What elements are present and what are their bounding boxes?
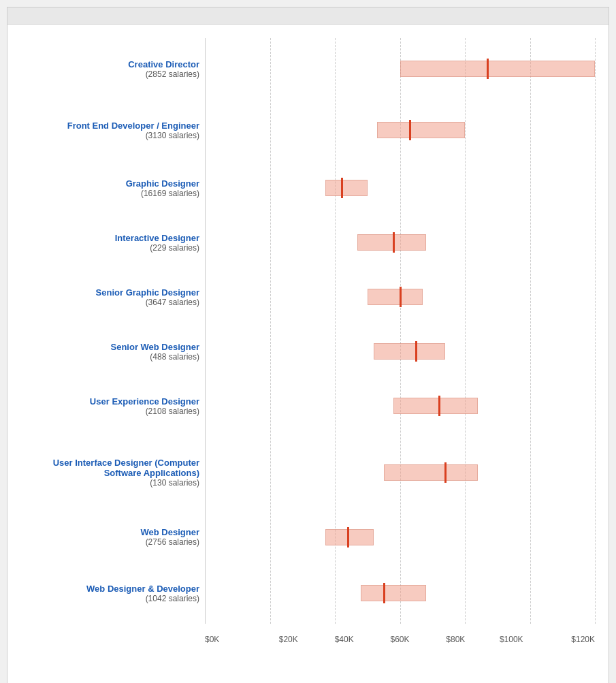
bar-row-creative-director <box>205 61 595 77</box>
job-salaries-graphic-designer: (16169 salaries) <box>141 189 199 198</box>
median-web-designer <box>347 527 349 547</box>
box-senior-web-designer <box>374 343 445 360</box>
y-axis-labels: Creative Director(2852 salaries)Front En… <box>14 38 205 658</box>
grid-line-6 <box>595 38 596 624</box>
x-tick-0: $0K <box>205 635 261 644</box>
bar-row-senior-graphic-designer <box>205 289 595 305</box>
job-title-web-designer[interactable]: Web Designer <box>141 527 199 537</box>
y-label-senior-graphic-designer: Senior Graphic Designer(3647 salaries) <box>14 270 205 324</box>
median-ux-designer <box>438 396 440 416</box>
y-label-graphic-designer: Graphic Designer(16169 salaries) <box>14 161 205 215</box>
x-tick-5: $100K <box>483 635 539 644</box>
box-interactive-designer <box>357 234 425 251</box>
median-creative-director <box>487 59 489 79</box>
y-label-web-designer: Web Designer(2756 salaries) <box>14 511 205 562</box>
box-senior-graphic-designer <box>368 289 423 305</box>
box-front-end-developer <box>377 122 465 138</box>
job-salaries-ui-designer: (130 salaries) <box>150 478 199 488</box>
y-label-interactive-designer: Interactive Designer(229 salaries) <box>14 215 205 270</box>
bar-row-interactive-designer <box>205 234 595 251</box>
x-tick-3: $60K <box>372 635 428 644</box>
x-tick-4: $80K <box>427 635 483 644</box>
chart-title <box>7 7 609 25</box>
bars-area <box>205 38 595 624</box>
bar-row-front-end-developer <box>205 122 595 138</box>
plot-area: $0K$20K$40K$60K$80K$100K$120K <box>205 38 595 658</box>
job-salaries-web-designer: (2756 salaries) <box>146 537 199 547</box>
y-label-ui-designer: User Interface Designer (Computer Softwa… <box>14 433 205 511</box>
chart-container: Creative Director(2852 salaries)Front En… <box>7 7 609 683</box>
job-title-graphic-designer[interactable]: Graphic Designer <box>126 178 199 189</box>
median-senior-web-designer <box>415 341 417 362</box>
box-ui-designer <box>384 464 478 481</box>
y-label-senior-web-designer: Senior Web Designer(488 salaries) <box>14 324 205 379</box>
median-graphic-designer <box>341 178 343 198</box>
job-salaries-creative-director: (2852 salaries) <box>146 69 199 79</box>
y-label-creative-director: Creative Director(2852 salaries) <box>14 38 205 99</box>
job-salaries-senior-graphic-designer: (3647 salaries) <box>146 298 199 307</box>
bar-row-web-designer <box>205 529 595 545</box>
job-title-creative-director[interactable]: Creative Director <box>128 59 199 69</box>
median-web-designer-developer <box>383 583 385 603</box>
job-title-senior-graphic-designer[interactable]: Senior Graphic Designer <box>96 287 199 298</box>
bar-row-ui-designer <box>205 464 595 481</box>
bar-row-graphic-designer <box>205 180 595 196</box>
x-tick-2: $40K <box>317 635 372 644</box>
job-title-senior-web-designer[interactable]: Senior Web Designer <box>110 342 199 352</box>
job-title-web-designer-developer[interactable]: Web Designer & Developer <box>86 584 199 594</box>
box-ux-designer <box>393 398 478 414</box>
job-salaries-web-designer-developer: (1042 salaries) <box>146 594 199 603</box>
median-ui-designer <box>444 462 447 483</box>
y-label-web-designer-developer: Web Designer & Developer(1042 salaries) <box>14 562 205 624</box>
job-salaries-ux-designer: (2108 salaries) <box>146 407 199 416</box>
job-title-ux-designer[interactable]: User Experience Designer <box>90 396 199 407</box>
bar-row-ux-designer <box>205 398 595 414</box>
job-title-interactive-designer[interactable]: Interactive Designer <box>115 233 199 243</box>
job-salaries-interactive-designer: (229 salaries) <box>150 243 199 253</box>
median-senior-graphic-designer <box>400 287 402 307</box>
median-interactive-designer <box>393 232 395 253</box>
y-label-ux-designer: User Experience Designer(2108 salaries) <box>14 379 205 433</box>
bar-row-web-designer-developer <box>205 585 595 601</box>
box-graphic-designer <box>325 180 368 196</box>
box-web-designer <box>325 529 374 545</box>
job-salaries-senior-web-designer: (488 salaries) <box>150 352 199 362</box>
bar-row-senior-web-designer <box>205 343 595 360</box>
x-tick-6: $120K <box>539 635 595 644</box>
box-creative-director <box>400 61 596 77</box>
x-tick-1: $20K <box>261 635 317 644</box>
box-web-designer-developer <box>361 585 426 601</box>
x-axis: $0K$20K$40K$60K$80K$100K$120K <box>205 624 595 644</box>
job-title-ui-designer[interactable]: User Interface Designer (Computer Softwa… <box>14 458 199 478</box>
job-title-front-end-developer[interactable]: Front End Developer / Engineer <box>67 121 199 131</box>
job-salaries-front-end-developer: (3130 salaries) <box>146 131 199 140</box>
y-label-front-end-developer: Front End Developer / Engineer(3130 sala… <box>14 99 205 161</box>
median-front-end-developer <box>409 120 411 140</box>
chart-body: Creative Director(2852 salaries)Front En… <box>7 25 609 665</box>
